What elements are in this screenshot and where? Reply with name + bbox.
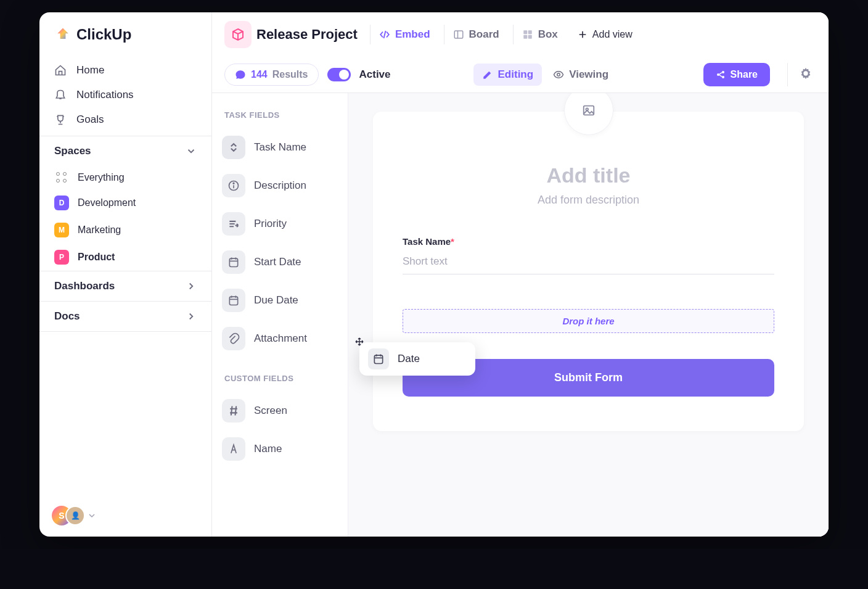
gear-icon — [799, 67, 813, 80]
board-label: Board — [469, 28, 499, 41]
bell-icon — [54, 89, 67, 101]
toolbar: 144 Results Active Editing Viewing Share — [212, 57, 829, 93]
svg-rect-4 — [523, 35, 527, 39]
board-icon — [453, 29, 464, 40]
form-title-input[interactable]: Add title — [403, 163, 774, 187]
fields-panel: TASK FIELDS Task Name Description Priori… — [212, 93, 348, 537]
project-title: Release Project — [256, 27, 358, 43]
nav-goals-label: Goals — [76, 113, 104, 126]
active-toggle[interactable] — [327, 68, 351, 81]
space-label: Product — [78, 252, 115, 263]
calendar-icon — [222, 289, 245, 312]
embed-label: Embed — [395, 28, 430, 41]
cube-icon — [231, 27, 245, 42]
sidebar-space-marketing[interactable]: M Marketing — [39, 216, 211, 244]
settings-button[interactable] — [787, 63, 816, 86]
nav-notifications[interactable]: Notifications — [39, 83, 211, 107]
share-button[interactable]: Share — [703, 63, 770, 86]
image-icon — [581, 104, 597, 117]
move-icon — [354, 337, 367, 349]
space-label: Development — [78, 197, 136, 208]
svg-point-7 — [717, 73, 719, 76]
chevron-right-icon — [186, 281, 197, 292]
share-icon — [716, 70, 726, 80]
task-name-input[interactable] — [403, 249, 774, 274]
project-icon[interactable] — [224, 21, 252, 48]
viewing-mode-button[interactable]: Viewing — [544, 64, 617, 86]
text-icon — [222, 437, 245, 461]
field-start-date[interactable]: Start Date — [218, 243, 342, 281]
chat-icon — [235, 69, 246, 80]
embed-icon — [379, 29, 390, 40]
view-tab-embed[interactable]: Embed — [370, 25, 439, 44]
sidebar-everything[interactable]: Everything — [39, 166, 211, 189]
dashboards-label: Dashboards — [54, 280, 115, 292]
field-label: Name — [254, 443, 282, 455]
field-screen[interactable]: Screen — [218, 392, 342, 430]
field-label: Due Date — [254, 294, 298, 307]
sidebar-space-product[interactable]: P Product — [39, 244, 211, 271]
sidebar: ClickUp Home Notifications Goals Spaces — [39, 12, 212, 537]
field-label: Start Date — [254, 256, 301, 268]
dropzone-text: Drop it here — [562, 316, 614, 326]
form-field-taskname: Task Name* — [403, 236, 774, 274]
everything-label: Everything — [78, 172, 125, 183]
form-image-button[interactable] — [564, 93, 613, 135]
view-tab-board[interactable]: Board — [444, 25, 508, 44]
form-desc-input[interactable]: Add form description — [403, 194, 774, 207]
svg-point-9 — [722, 76, 724, 78]
field-label: Task Name — [254, 141, 306, 154]
results-pill[interactable]: 144 Results — [224, 64, 319, 86]
calendar-icon — [222, 250, 245, 274]
chevron-down-icon — [186, 146, 197, 157]
add-view-label: Add view — [592, 29, 633, 40]
svg-point-12 — [233, 183, 234, 184]
sort-icon — [222, 136, 245, 159]
svg-rect-13 — [229, 258, 237, 266]
plus-icon — [578, 30, 588, 39]
user-avatar-2: 👤 — [65, 506, 85, 525]
space-badge: M — [54, 223, 69, 237]
space-badge: P — [54, 250, 69, 265]
user-menu[interactable]: S 👤 — [39, 495, 211, 537]
field-task-name[interactable]: Task Name — [218, 128, 342, 167]
home-icon — [54, 64, 67, 76]
field-priority[interactable]: Priority — [218, 205, 342, 243]
dashboards-header[interactable]: Dashboards — [39, 271, 211, 302]
dragging-field-card[interactable]: Date — [359, 342, 475, 376]
logo[interactable]: ClickUp — [39, 12, 211, 54]
sidebar-space-development[interactable]: D Development — [39, 189, 211, 216]
info-icon — [222, 174, 245, 197]
custom-fields-heading: CUSTOM FIELDS — [218, 369, 342, 392]
svg-rect-5 — [528, 35, 531, 39]
chevron-right-icon — [186, 311, 197, 322]
calendar-icon — [368, 348, 389, 369]
dropzone[interactable]: Drop it here — [403, 309, 774, 333]
editing-label: Editing — [498, 68, 534, 81]
required-marker: * — [451, 236, 454, 247]
priority-icon — [222, 212, 245, 236]
main-content: Release Project Embed Board Box Add view — [212, 12, 829, 537]
field-label: Description — [254, 179, 306, 192]
nav-goals[interactable]: Goals — [39, 107, 211, 132]
nav-home[interactable]: Home — [39, 58, 211, 83]
docs-header[interactable]: Docs — [39, 302, 211, 332]
eye-icon — [553, 69, 564, 80]
field-label: Attachment — [254, 332, 307, 345]
svg-rect-0 — [454, 31, 463, 38]
field-due-date[interactable]: Due Date — [218, 281, 342, 319]
view-tab-box[interactable]: Box — [513, 25, 567, 44]
field-attachment[interactable]: Attachment — [218, 319, 342, 358]
add-view-button[interactable]: Add view — [578, 29, 633, 40]
spaces-header[interactable]: Spaces — [39, 136, 211, 166]
results-label: Results — [272, 69, 308, 80]
editing-mode-button[interactable]: Editing — [473, 64, 542, 86]
field-name[interactable]: Name — [218, 430, 342, 468]
field-description[interactable]: Description — [218, 167, 342, 205]
box-label: Box — [538, 28, 558, 41]
box-icon — [522, 29, 533, 40]
content-area: TASK FIELDS Task Name Description Priori… — [212, 93, 829, 537]
trophy-icon — [54, 113, 67, 126]
hash-icon — [222, 399, 245, 422]
logo-text: ClickUp — [76, 26, 131, 43]
